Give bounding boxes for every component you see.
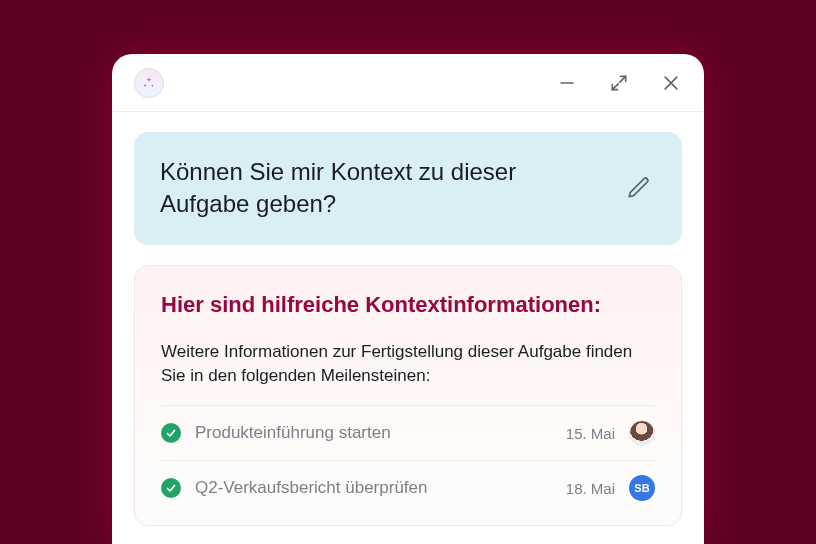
content-area: Können Sie mir Kontext zu dieser Aufgabe… bbox=[112, 112, 704, 526]
user-question-text: Können Sie mir Kontext zu dieser Aufgabe… bbox=[160, 156, 602, 221]
window-controls bbox=[556, 72, 682, 94]
pencil-icon bbox=[626, 175, 652, 201]
close-button[interactable] bbox=[660, 72, 682, 94]
titlebar bbox=[112, 54, 704, 112]
milestone-name: Produkteinführung starten bbox=[195, 423, 552, 443]
assistant-panel: Können Sie mir Kontext zu dieser Aufgabe… bbox=[112, 54, 704, 544]
minimize-button[interactable] bbox=[556, 72, 578, 94]
milestone-row[interactable]: Q2-Verkaufsbericht überprüfen 18. Mai SB bbox=[161, 460, 655, 515]
check-circle-icon bbox=[161, 423, 181, 443]
expand-button[interactable] bbox=[608, 72, 630, 94]
milestone-name: Q2-Verkaufsbericht überprüfen bbox=[195, 478, 552, 498]
milestone-row[interactable]: Produkteinführung starten 15. Mai bbox=[161, 405, 655, 460]
assignee-avatar[interactable]: SB bbox=[629, 475, 655, 501]
check-circle-icon bbox=[161, 478, 181, 498]
answer-lead-text: Weitere Informationen zur Fertigstellung… bbox=[161, 340, 655, 389]
milestone-date: 18. Mai bbox=[566, 480, 615, 497]
answer-title: Hier sind hilfreiche Kontextinformatione… bbox=[161, 292, 655, 318]
user-question-card: Können Sie mir Kontext zu dieser Aufgabe… bbox=[134, 132, 682, 245]
milestone-date: 15. Mai bbox=[566, 425, 615, 442]
ai-sparkle-icon bbox=[134, 68, 164, 98]
assignee-avatar[interactable] bbox=[629, 420, 655, 446]
edit-question-button[interactable] bbox=[622, 171, 656, 205]
assistant-answer-card: Hier sind hilfreiche Kontextinformatione… bbox=[134, 265, 682, 526]
